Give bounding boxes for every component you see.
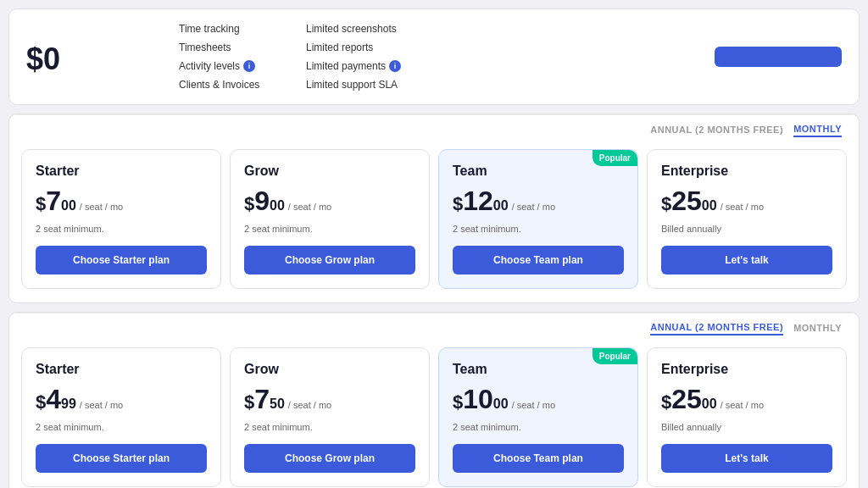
monthly-toggle-section: ANNUAL (2 MONTHS FREE) MONTHLY bbox=[9, 114, 859, 141]
free-plan-card: $0 Time tracking Timesheets Activity lev… bbox=[8, 8, 860, 105]
plan-cents-grow: 00 bbox=[270, 198, 285, 214]
plan-min-grow: 2 seat minimum. bbox=[244, 224, 415, 234]
plan-price-starter: $ 7 00 / seat / mo bbox=[36, 186, 207, 217]
plan-per-grow: / seat / mo bbox=[288, 400, 331, 410]
plan-price-starter: $ 4 99 / seat / mo bbox=[36, 384, 207, 415]
choose-starter-button[interactable]: Choose Starter plan bbox=[36, 246, 207, 274]
plan-dollar-starter: $ bbox=[36, 391, 46, 413]
plan-min-team: 2 seat minimum. bbox=[453, 422, 624, 432]
plan-name-enterprise: Enterprise bbox=[661, 362, 832, 377]
annual-toggle-monthly-card[interactable]: ANNUAL (2 MONTHS FREE) bbox=[650, 123, 783, 136]
plan-amount-starter: 4 bbox=[46, 384, 61, 415]
feature-screenshots: Limited screenshots bbox=[306, 23, 425, 35]
feature-timesheets: Timesheets bbox=[179, 42, 298, 53]
plan-price-team: $ 12 00 / seat / mo bbox=[453, 186, 624, 217]
monthly-plans-card: ANNUAL (2 MONTHS FREE) MONTHLY Starter $… bbox=[8, 114, 860, 303]
plan-card-grow: Grow $ 9 00 / seat / mo 2 seat minimum. … bbox=[230, 149, 430, 289]
plan-price-enterprise: $ 25 00 / seat / mo bbox=[661, 186, 832, 217]
plan-per-grow: / seat / mo bbox=[288, 202, 331, 212]
plan-card-team: Popular Team $ 12 00 / seat / mo 2 seat … bbox=[438, 149, 638, 289]
plan-cents-starter: 00 bbox=[61, 198, 76, 214]
plan-dollar-grow: $ bbox=[244, 193, 254, 215]
choose-enterprise-button[interactable]: Let's talk bbox=[661, 444, 832, 473]
monthly-toggle-annual-card[interactable]: MONTHLY bbox=[793, 321, 842, 335]
annual-toggle-annual-card[interactable]: ANNUAL (2 MONTHS FREE) bbox=[650, 320, 783, 336]
plan-dollar-team: $ bbox=[453, 193, 463, 215]
plan-per-team: / seat / mo bbox=[512, 202, 555, 212]
plan-card-enterprise: Enterprise $ 25 00 / seat / mo Billed an… bbox=[647, 347, 847, 487]
choose-starter-button[interactable]: Choose Starter plan bbox=[36, 444, 207, 473]
choose-grow-button[interactable]: Choose Grow plan bbox=[244, 246, 415, 274]
annual-toggle-section: ANNUAL (2 MONTHS FREE) MONTHLY bbox=[9, 313, 859, 339]
plan-dollar-enterprise: $ bbox=[661, 391, 671, 413]
plan-price-grow: $ 9 00 / seat / mo bbox=[244, 186, 415, 217]
info-icon-payments: i bbox=[389, 60, 401, 72]
free-plan-price: $0 bbox=[26, 42, 162, 77]
plan-price-team: $ 10 00 / seat / mo bbox=[453, 384, 624, 415]
plan-amount-starter: 7 bbox=[46, 186, 61, 217]
plan-cents-enterprise: 00 bbox=[702, 198, 717, 214]
feature-reports: Limited reports bbox=[306, 42, 425, 53]
plan-dollar-starter: $ bbox=[36, 193, 46, 215]
free-features-col1: Time tracking Timesheets Activity levels… bbox=[179, 23, 298, 91]
free-features: Time tracking Timesheets Activity levels… bbox=[179, 23, 698, 91]
plan-per-enterprise: / seat / mo bbox=[721, 400, 764, 410]
free-plan-section: $0 Time tracking Timesheets Activity lev… bbox=[9, 9, 859, 104]
plan-min-enterprise: Billed annually bbox=[661, 422, 832, 432]
popular-badge: Popular bbox=[593, 348, 637, 364]
plan-cents-team: 00 bbox=[493, 396, 509, 412]
plan-dollar-enterprise: $ bbox=[661, 193, 671, 215]
free-features-col2: Limited screenshots Limited reports Limi… bbox=[306, 23, 425, 91]
plan-per-team: / seat / mo bbox=[512, 400, 555, 410]
free-price-dollar: $0 bbox=[26, 42, 60, 77]
plan-cents-enterprise: 00 bbox=[702, 396, 717, 412]
plan-name-enterprise: Enterprise bbox=[661, 164, 832, 179]
plan-price-grow: $ 7 50 / seat / mo bbox=[244, 384, 415, 415]
free-plan-left: $0 bbox=[26, 36, 162, 77]
popular-badge: Popular bbox=[593, 150, 637, 166]
plan-card-starter: Starter $ 4 99 / seat / mo 2 seat minimu… bbox=[21, 347, 221, 487]
plan-amount-grow: 7 bbox=[254, 384, 270, 415]
feature-payments: Limited payments i bbox=[306, 60, 425, 72]
plan-cents-grow: 50 bbox=[270, 396, 285, 412]
plan-per-starter: / seat / mo bbox=[80, 202, 123, 212]
feature-time-tracking: Time tracking bbox=[179, 23, 298, 35]
plan-amount-enterprise: 25 bbox=[671, 186, 702, 217]
monthly-plans-grid: Starter $ 7 00 / seat / mo 2 seat minimu… bbox=[9, 141, 859, 302]
choose-team-button[interactable]: Choose Team plan bbox=[453, 246, 624, 274]
plan-min-starter: 2 seat minimum. bbox=[36, 422, 207, 432]
plan-card-starter: Starter $ 7 00 / seat / mo 2 seat minimu… bbox=[21, 149, 221, 289]
annual-plans-card: ANNUAL (2 MONTHS FREE) MONTHLY Starter $… bbox=[8, 312, 860, 488]
choose-team-button[interactable]: Choose Team plan bbox=[453, 444, 624, 473]
plan-name-grow: Grow bbox=[244, 362, 415, 377]
plan-min-team: 2 seat minimum. bbox=[453, 224, 624, 234]
plan-per-enterprise: / seat / mo bbox=[721, 202, 764, 212]
plan-amount-grow: 9 bbox=[254, 186, 270, 217]
plan-name-grow: Grow bbox=[244, 164, 415, 179]
annual-plans-grid: Starter $ 4 99 / seat / mo 2 seat minimu… bbox=[9, 339, 859, 488]
plan-min-grow: 2 seat minimum. bbox=[244, 422, 415, 432]
plan-name-starter: Starter bbox=[36, 362, 207, 377]
plan-amount-team: 10 bbox=[463, 384, 493, 415]
choose-enterprise-button[interactable]: Let's talk bbox=[661, 246, 832, 274]
plan-dollar-team: $ bbox=[453, 391, 463, 413]
plan-amount-enterprise: 25 bbox=[671, 384, 702, 415]
feature-support-sla: Limited support SLA bbox=[306, 79, 425, 91]
feature-clients-invoices: Clients & Invoices bbox=[179, 79, 298, 91]
choose-grow-button[interactable]: Choose Grow plan bbox=[244, 444, 415, 473]
feature-activity-levels: Activity levels i bbox=[179, 60, 298, 72]
plan-card-enterprise: Enterprise $ 25 00 / seat / mo Billed an… bbox=[647, 149, 847, 289]
plan-card-team: Popular Team $ 10 00 / seat / mo 2 seat … bbox=[438, 347, 638, 487]
plan-amount-team: 12 bbox=[463, 186, 493, 217]
plan-card-grow: Grow $ 7 50 / seat / mo 2 seat minimum. … bbox=[230, 347, 430, 487]
choose-free-button[interactable] bbox=[715, 47, 842, 67]
plan-per-starter: / seat / mo bbox=[80, 400, 123, 410]
plan-name-starter: Starter bbox=[36, 164, 207, 179]
plan-cents-team: 00 bbox=[493, 198, 509, 214]
plan-cents-starter: 99 bbox=[61, 396, 76, 412]
plan-dollar-grow: $ bbox=[244, 391, 254, 413]
plan-price-enterprise: $ 25 00 / seat / mo bbox=[661, 384, 832, 415]
info-icon-activity: i bbox=[243, 60, 255, 72]
plan-min-enterprise: Billed annually bbox=[661, 224, 832, 234]
monthly-toggle-monthly-card[interactable]: MONTHLY bbox=[793, 122, 842, 137]
